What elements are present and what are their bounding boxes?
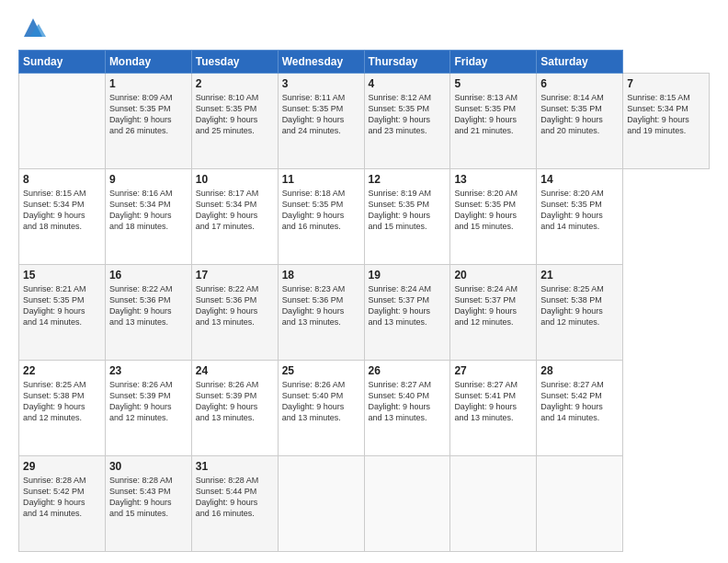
calendar-week-1: 8Sunrise: 8:15 AM Sunset: 5:34 PM Daylig… — [19, 169, 710, 265]
calendar-week-4: 29Sunrise: 8:28 AM Sunset: 5:42 PM Dayli… — [19, 456, 710, 552]
calendar-cell: 31Sunrise: 8:28 AM Sunset: 5:44 PM Dayli… — [191, 456, 278, 552]
calendar-cell — [278, 456, 364, 552]
calendar-header-thursday: Thursday — [364, 51, 450, 74]
calendar-week-0: 1Sunrise: 8:09 AM Sunset: 5:35 PM Daylig… — [19, 74, 710, 169]
day-info: Sunrise: 8:28 AM Sunset: 5:44 PM Dayligh… — [196, 475, 274, 520]
calendar-cell: 21Sunrise: 8:25 AM Sunset: 5:38 PM Dayli… — [537, 265, 623, 361]
day-number: 3 — [282, 77, 360, 90]
day-info: Sunrise: 8:22 AM Sunset: 5:36 PM Dayligh… — [196, 283, 274, 328]
calendar-cell — [537, 456, 623, 552]
page: SundayMondayTuesdayWednesdayThursdayFrid… — [0, 0, 728, 563]
day-info: Sunrise: 8:15 AM Sunset: 5:34 PM Dayligh… — [23, 188, 101, 233]
day-number: 29 — [23, 460, 101, 473]
calendar-cell: 10Sunrise: 8:17 AM Sunset: 5:34 PM Dayli… — [191, 169, 278, 265]
day-number: 21 — [540, 269, 619, 282]
calendar-cell: 5Sunrise: 8:13 AM Sunset: 5:35 PM Daylig… — [450, 74, 537, 169]
day-info: Sunrise: 8:14 AM Sunset: 5:35 PM Dayligh… — [540, 92, 619, 137]
calendar-header-wednesday: Wednesday — [278, 51, 364, 74]
calendar-cell: 11Sunrise: 8:18 AM Sunset: 5:35 PM Dayli… — [278, 169, 364, 265]
day-info: Sunrise: 8:28 AM Sunset: 5:43 PM Dayligh… — [109, 475, 188, 520]
day-number: 26 — [369, 364, 447, 377]
day-info: Sunrise: 8:21 AM Sunset: 5:35 PM Dayligh… — [23, 283, 101, 328]
calendar-cell — [450, 456, 537, 552]
calendar-cell: 13Sunrise: 8:20 AM Sunset: 5:35 PM Dayli… — [450, 169, 537, 265]
day-number: 16 — [109, 269, 188, 282]
calendar-cell: 6Sunrise: 8:14 AM Sunset: 5:35 PM Daylig… — [537, 74, 623, 169]
day-info: Sunrise: 8:20 AM Sunset: 5:35 PM Dayligh… — [540, 188, 619, 233]
day-number: 28 — [540, 364, 619, 377]
calendar-cell: 28Sunrise: 8:27 AM Sunset: 5:42 PM Dayli… — [537, 361, 623, 456]
calendar-header-monday: Monday — [105, 51, 191, 74]
day-number: 23 — [109, 364, 188, 377]
day-number: 8 — [23, 173, 101, 186]
calendar-cell: 24Sunrise: 8:26 AM Sunset: 5:39 PM Dayli… — [191, 361, 278, 456]
day-number: 6 — [540, 77, 619, 90]
day-info: Sunrise: 8:15 AM Sunset: 5:34 PM Dayligh… — [627, 92, 705, 137]
day-info: Sunrise: 8:22 AM Sunset: 5:36 PM Dayligh… — [109, 283, 188, 328]
day-number: 5 — [454, 77, 532, 90]
calendar-cell: 30Sunrise: 8:28 AM Sunset: 5:43 PM Dayli… — [105, 456, 191, 552]
calendar-header-row: SundayMondayTuesdayWednesdayThursdayFrid… — [19, 51, 710, 74]
calendar-cell: 15Sunrise: 8:21 AM Sunset: 5:35 PM Dayli… — [19, 265, 106, 361]
day-number: 24 — [196, 364, 274, 377]
calendar-header-saturday: Saturday — [537, 51, 623, 74]
day-number: 13 — [454, 173, 532, 186]
calendar-week-3: 22Sunrise: 8:25 AM Sunset: 5:38 PM Dayli… — [19, 361, 710, 456]
day-info: Sunrise: 8:13 AM Sunset: 5:35 PM Dayligh… — [454, 92, 532, 137]
day-info: Sunrise: 8:17 AM Sunset: 5:34 PM Dayligh… — [196, 188, 274, 233]
day-number: 2 — [196, 77, 274, 90]
day-info: Sunrise: 8:27 AM Sunset: 5:40 PM Dayligh… — [369, 379, 447, 424]
calendar-cell: 7Sunrise: 8:15 AM Sunset: 5:34 PM Daylig… — [623, 74, 710, 169]
day-number: 31 — [196, 460, 274, 473]
day-info: Sunrise: 8:27 AM Sunset: 5:42 PM Dayligh… — [540, 379, 619, 424]
day-number: 27 — [454, 364, 532, 377]
logo — [18, 15, 46, 40]
day-info: Sunrise: 8:16 AM Sunset: 5:34 PM Dayligh… — [109, 188, 188, 233]
calendar-cell: 2Sunrise: 8:10 AM Sunset: 5:35 PM Daylig… — [191, 74, 278, 169]
day-number: 9 — [109, 173, 188, 186]
day-info: Sunrise: 8:25 AM Sunset: 5:38 PM Dayligh… — [23, 379, 101, 424]
day-number: 14 — [540, 173, 619, 186]
day-info: Sunrise: 8:19 AM Sunset: 5:35 PM Dayligh… — [369, 188, 447, 233]
calendar-cell: 9Sunrise: 8:16 AM Sunset: 5:34 PM Daylig… — [105, 169, 191, 265]
day-number: 12 — [369, 173, 447, 186]
day-info: Sunrise: 8:28 AM Sunset: 5:42 PM Dayligh… — [23, 475, 101, 520]
calendar-cell: 14Sunrise: 8:20 AM Sunset: 5:35 PM Dayli… — [537, 169, 623, 265]
day-number: 10 — [196, 173, 274, 186]
day-info: Sunrise: 8:26 AM Sunset: 5:40 PM Dayligh… — [282, 379, 360, 424]
calendar-cell: 19Sunrise: 8:24 AM Sunset: 5:37 PM Dayli… — [364, 265, 450, 361]
calendar-cell — [364, 456, 450, 552]
day-info: Sunrise: 8:10 AM Sunset: 5:35 PM Dayligh… — [196, 92, 274, 137]
day-info: Sunrise: 8:12 AM Sunset: 5:35 PM Dayligh… — [369, 92, 447, 137]
day-info: Sunrise: 8:27 AM Sunset: 5:41 PM Dayligh… — [454, 379, 532, 424]
logo-icon — [20, 15, 46, 40]
day-info: Sunrise: 8:25 AM Sunset: 5:38 PM Dayligh… — [540, 283, 619, 328]
calendar-cell: 12Sunrise: 8:19 AM Sunset: 5:35 PM Dayli… — [364, 169, 450, 265]
calendar-cell — [19, 74, 106, 169]
calendar-cell: 8Sunrise: 8:15 AM Sunset: 5:34 PM Daylig… — [19, 169, 106, 265]
calendar-cell: 25Sunrise: 8:26 AM Sunset: 5:40 PM Dayli… — [278, 361, 364, 456]
calendar-cell: 4Sunrise: 8:12 AM Sunset: 5:35 PM Daylig… — [364, 74, 450, 169]
day-number: 15 — [23, 269, 101, 282]
calendar-cell: 26Sunrise: 8:27 AM Sunset: 5:40 PM Dayli… — [364, 361, 450, 456]
calendar-cell: 27Sunrise: 8:27 AM Sunset: 5:41 PM Dayli… — [450, 361, 537, 456]
header — [18, 15, 710, 40]
day-info: Sunrise: 8:20 AM Sunset: 5:35 PM Dayligh… — [454, 188, 532, 233]
day-number: 1 — [109, 77, 188, 90]
calendar-cell: 23Sunrise: 8:26 AM Sunset: 5:39 PM Dayli… — [105, 361, 191, 456]
day-number: 25 — [282, 364, 360, 377]
day-info: Sunrise: 8:24 AM Sunset: 5:37 PM Dayligh… — [369, 283, 447, 328]
calendar-cell: 3Sunrise: 8:11 AM Sunset: 5:35 PM Daylig… — [278, 74, 364, 169]
day-info: Sunrise: 8:18 AM Sunset: 5:35 PM Dayligh… — [282, 188, 360, 233]
day-number: 17 — [196, 269, 274, 282]
calendar-header-tuesday: Tuesday — [191, 51, 278, 74]
day-number: 19 — [369, 269, 447, 282]
calendar-cell: 1Sunrise: 8:09 AM Sunset: 5:35 PM Daylig… — [105, 74, 191, 169]
calendar-week-2: 15Sunrise: 8:21 AM Sunset: 5:35 PM Dayli… — [19, 265, 710, 361]
day-number: 20 — [454, 269, 532, 282]
day-number: 30 — [109, 460, 188, 473]
calendar-header-friday: Friday — [450, 51, 537, 74]
day-number: 18 — [282, 269, 360, 282]
day-info: Sunrise: 8:26 AM Sunset: 5:39 PM Dayligh… — [196, 379, 274, 424]
day-number: 22 — [23, 364, 101, 377]
